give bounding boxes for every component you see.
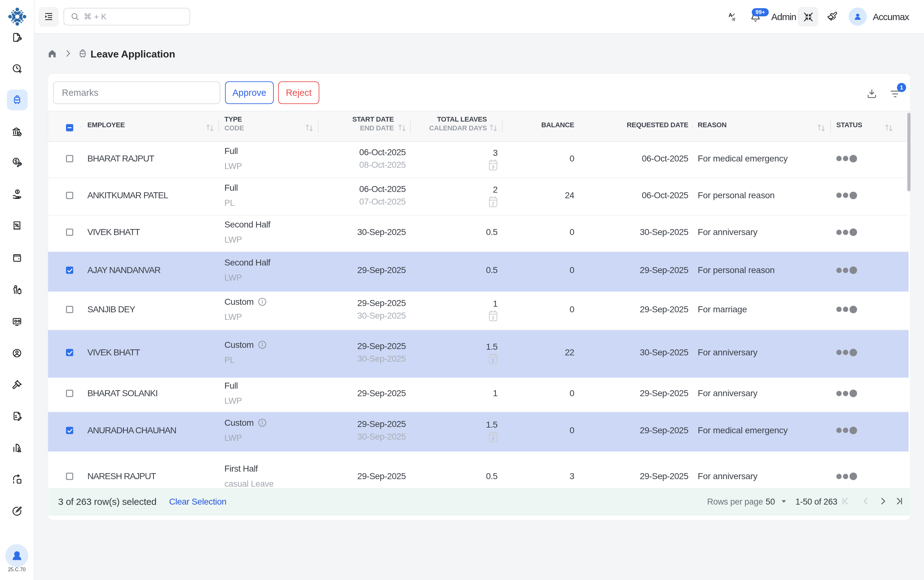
svg-text:2: 2: [492, 436, 494, 441]
svg-text:2: 2: [492, 358, 494, 363]
svg-text:2: 2: [492, 201, 494, 206]
svg-text:अ: अ: [732, 16, 736, 22]
svg-text:3: 3: [492, 164, 494, 169]
svg-text:2: 2: [492, 315, 494, 320]
